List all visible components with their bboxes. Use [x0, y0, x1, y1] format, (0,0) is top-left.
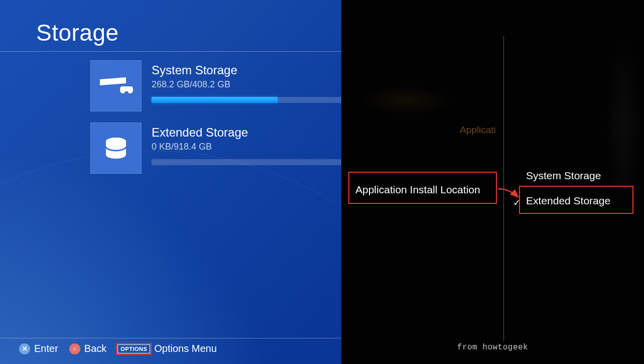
- legend-divider: [0, 338, 341, 338]
- extended-storage-body: Extended Storage 0 KB/918.4 GB: [152, 123, 341, 178]
- options-overlay-panel: Applicati Application Install Location S…: [341, 0, 644, 364]
- watermark-text: from howtogeek: [457, 343, 528, 352]
- extended-storage-subtitle: 0 KB/918.4 GB: [152, 142, 341, 152]
- submenu-system-storage[interactable]: System Storage: [526, 170, 601, 182]
- decorative-arc: [0, 151, 341, 364]
- button-legend: ✕ Enter ○ Back OPTIONS Options Menu: [19, 343, 217, 354]
- page-title: Storage: [36, 19, 119, 46]
- cross-button-icon: ✕: [19, 343, 30, 354]
- clipped-hint-label: Applicati: [460, 125, 496, 136]
- options-button-icon: OPTIONS: [117, 344, 150, 353]
- system-storage-bar: [152, 97, 341, 103]
- extended-storage-row[interactable]: Extended Storage 0 KB/918.4 GB: [90, 123, 341, 178]
- storage-settings-panel: Storage System Storage 268.2 GB/408.2 GB: [0, 0, 341, 364]
- svg-point-1: [106, 138, 126, 146]
- extended-storage-icon: [90, 123, 142, 174]
- extended-storage-bar: [152, 159, 341, 165]
- title-divider: [0, 51, 341, 52]
- system-storage-icon: [90, 60, 142, 111]
- extended-storage-title: Extended Storage: [152, 126, 341, 140]
- legend-options: OPTIONS Options Menu: [117, 343, 217, 354]
- legend-enter-label: Enter: [34, 343, 58, 354]
- legend-enter: ✕ Enter: [19, 343, 58, 354]
- legend-back: ○ Back: [69, 343, 106, 354]
- system-storage-bar-fill: [152, 97, 278, 103]
- system-storage-title: System Storage: [152, 63, 341, 77]
- system-storage-subtitle: 268.2 GB/408.2 GB: [152, 79, 341, 90]
- system-storage-body: System Storage 268.2 GB/408.2 GB: [152, 60, 341, 115]
- system-storage-row[interactable]: System Storage 268.2 GB/408.2 GB: [90, 60, 341, 115]
- legend-options-label: Options Menu: [154, 343, 217, 354]
- highlight-extended-storage: [519, 186, 633, 214]
- highlight-application-install-location: [348, 172, 497, 204]
- legend-back-label: Back: [84, 343, 106, 354]
- submenu-divider: [503, 36, 504, 341]
- circle-button-icon: ○: [69, 343, 80, 354]
